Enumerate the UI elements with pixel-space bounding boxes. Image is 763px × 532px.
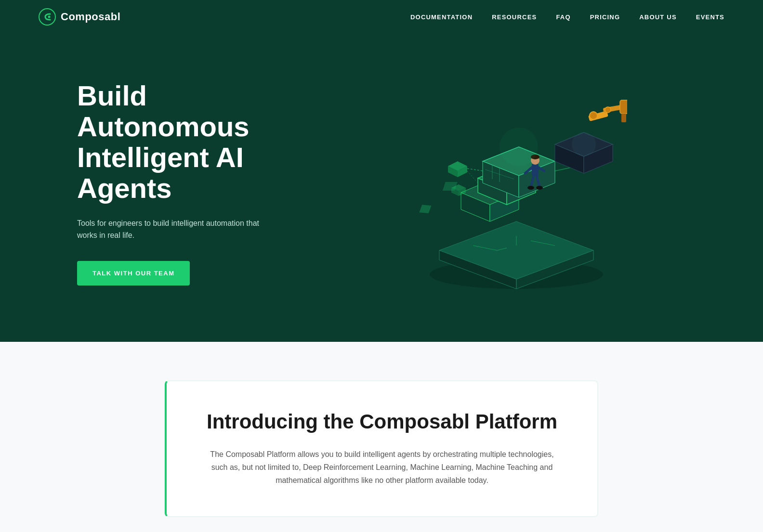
main-nav: DOCUMENTATION RESOURCES FAQ PRICING ABOU… — [410, 13, 724, 21]
svg-point-34 — [605, 107, 611, 113]
svg-point-42 — [527, 186, 534, 190]
hero-section: Build Autonomous Intelligent AI Agents T… — [0, 34, 763, 342]
nav-item-pricing[interactable]: PRICING — [590, 13, 620, 21]
platform-title: Introducing the Composabl Platform — [205, 410, 559, 433]
platform-section: Introducing the Composabl Platform The C… — [0, 342, 763, 532]
cta-button[interactable]: TALK WITH OUR TEAM — [77, 261, 190, 285]
logo-icon — [39, 8, 56, 26]
svg-rect-35 — [532, 164, 539, 176]
nav-item-events[interactable]: EVENTS — [696, 13, 724, 21]
svg-point-52 — [500, 128, 538, 166]
svg-rect-31 — [621, 114, 626, 122]
svg-rect-13 — [419, 205, 431, 213]
hero-title: Build Autonomous Intelligent AI Agents — [77, 80, 318, 203]
hero-content: Build Autonomous Intelligent AI Agents T… — [77, 80, 318, 285]
platform-description: The Composabl Platform allows you to bui… — [205, 448, 559, 487]
svg-point-43 — [536, 186, 543, 190]
svg-line-50 — [467, 169, 483, 171]
svg-rect-30 — [620, 100, 627, 114]
svg-point-0 — [39, 9, 55, 25]
logo-text: Composabl — [61, 11, 120, 23]
svg-point-33 — [590, 112, 597, 119]
hero-illustration — [318, 63, 686, 303]
nav-item-resources[interactable]: RESOURCES — [492, 13, 537, 21]
svg-line-51 — [467, 171, 478, 183]
nav-item-about-us[interactable]: ABOUT US — [639, 13, 677, 21]
svg-point-53 — [572, 132, 596, 156]
nav-item-documentation[interactable]: DOCUMENTATION — [410, 13, 473, 21]
svg-point-1 — [48, 16, 51, 18]
hero-subtitle: Tools for engineers to build intelligent… — [77, 217, 260, 242]
isometric-illustration — [377, 67, 627, 298]
site-header: Composabl DOCUMENTATION RESOURCES FAQ PR… — [0, 0, 763, 34]
nav-item-faq[interactable]: FAQ — [556, 13, 570, 21]
platform-card: Introducing the Composabl Platform The C… — [165, 380, 598, 517]
logo[interactable]: Composabl — [39, 8, 120, 26]
